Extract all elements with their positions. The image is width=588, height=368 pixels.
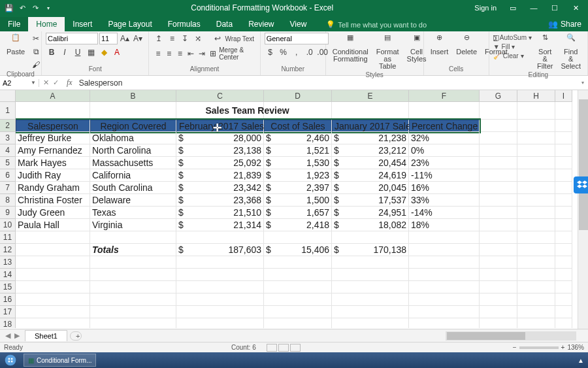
- cell[interactable]: 32%: [409, 132, 480, 144]
- empty-cell[interactable]: [517, 157, 555, 169]
- empty-cell[interactable]: [480, 244, 517, 256]
- format-painter-icon[interactable]: 🖌: [30, 59, 42, 71]
- align-middle-icon[interactable]: ≡: [166, 33, 178, 44]
- font-name-select[interactable]: [46, 33, 98, 44]
- empty-cell[interactable]: [90, 231, 176, 244]
- cell[interactable]: 21,238: [332, 132, 409, 144]
- row-header-15[interactable]: 15: [0, 281, 16, 293]
- empty-cell[interactable]: [409, 244, 480, 256]
- tab-review[interactable]: Review: [240, 17, 282, 31]
- header-cell[interactable]: Cost of Sales: [264, 120, 332, 132]
- cell[interactable]: 24,951: [332, 207, 409, 219]
- start-button[interactable]: [0, 352, 21, 368]
- empty-cell[interactable]: [264, 256, 332, 269]
- scrollbar-thumb[interactable]: [579, 99, 588, 230]
- delete-cells-button[interactable]: ⊖Delete: [453, 33, 480, 57]
- empty-cell[interactable]: [332, 231, 409, 244]
- close-button[interactable]: ✕: [566, 1, 585, 14]
- align-bottom-icon[interactable]: ↧: [179, 33, 191, 44]
- undo-icon[interactable]: ↶: [17, 3, 27, 13]
- cell[interactable]: Amy Fernandez: [16, 144, 90, 157]
- cell[interactable]: Delaware: [90, 194, 176, 207]
- cell[interactable]: 21,839: [176, 169, 264, 182]
- empty-cell[interactable]: [176, 269, 264, 281]
- cell[interactable]: 1,530: [264, 157, 332, 169]
- empty-cell[interactable]: [176, 231, 264, 244]
- font-size-select[interactable]: [99, 33, 118, 44]
- cell[interactable]: 18%: [409, 219, 480, 231]
- tab-insert[interactable]: Insert: [65, 17, 100, 31]
- empty-cell[interactable]: [480, 169, 517, 182]
- format-as-table-button[interactable]: ▤Format as Table: [374, 33, 402, 71]
- row-header-10[interactable]: 10: [0, 219, 16, 231]
- empty-cell[interactable]: [409, 269, 480, 281]
- dropbox-icon[interactable]: [574, 176, 588, 193]
- empty-cell[interactable]: [90, 318, 176, 328]
- empty-cell[interactable]: [555, 102, 572, 120]
- empty-cell[interactable]: [517, 144, 555, 157]
- empty-cell[interactable]: [480, 207, 517, 219]
- empty-cell[interactable]: [480, 120, 517, 132]
- empty-cell[interactable]: [555, 182, 572, 194]
- cell[interactable]: Paula Hall: [16, 219, 90, 231]
- empty-cell[interactable]: [517, 120, 555, 132]
- sort-filter-button[interactable]: ⇅Sort & Filter: [534, 33, 555, 71]
- cell[interactable]: -14%: [409, 207, 480, 219]
- page-layout-view-icon[interactable]: [278, 344, 289, 352]
- row-header-1[interactable]: 1: [0, 102, 16, 120]
- paste-button[interactable]: 📋Paste: [4, 33, 27, 57]
- cell[interactable]: 23,368: [176, 194, 264, 207]
- empty-cell[interactable]: [517, 244, 555, 256]
- empty-cell[interactable]: [555, 281, 572, 293]
- empty-cell[interactable]: [555, 144, 572, 157]
- find-select-button[interactable]: 🔍Find & Select: [558, 33, 583, 71]
- row-header-14[interactable]: 14: [0, 269, 16, 281]
- empty-cell[interactable]: [555, 157, 572, 169]
- cell[interactable]: 1,500: [264, 194, 332, 207]
- empty-cell[interactable]: [16, 269, 90, 281]
- cell[interactable]: 187,603: [176, 244, 264, 256]
- cell[interactable]: Randy Graham: [16, 182, 90, 194]
- empty-cell[interactable]: [176, 256, 264, 269]
- enter-formula-icon[interactable]: ✓: [53, 78, 59, 87]
- empty-cell[interactable]: [176, 293, 264, 306]
- insert-cells-button[interactable]: ⊕Insert: [428, 33, 451, 57]
- cell[interactable]: 17,537: [332, 194, 409, 207]
- empty-cell[interactable]: [409, 231, 480, 244]
- redo-icon[interactable]: ↷: [30, 3, 41, 13]
- align-right-icon[interactable]: ≡: [175, 48, 185, 59]
- formula-input[interactable]: Salesperson: [76, 78, 578, 88]
- tab-formulas[interactable]: Formulas: [160, 17, 208, 31]
- tell-me-search[interactable]: 💡Tell me what you want to do: [321, 18, 432, 31]
- empty-cell[interactable]: [480, 182, 517, 194]
- empty-cell[interactable]: [517, 318, 555, 328]
- cell[interactable]: Totals: [90, 244, 176, 256]
- zoom-out-button[interactable]: −: [513, 344, 517, 351]
- empty-cell[interactable]: [264, 269, 332, 281]
- empty-cell[interactable]: [332, 318, 409, 328]
- save-icon[interactable]: 💾: [4, 3, 14, 13]
- add-sheet-button[interactable]: +: [70, 331, 82, 341]
- empty-cell[interactable]: [90, 306, 176, 318]
- cell[interactable]: 2,460: [264, 132, 332, 144]
- empty-cell[interactable]: [517, 207, 555, 219]
- align-left-icon[interactable]: ≡: [153, 48, 163, 59]
- empty-cell[interactable]: [517, 219, 555, 231]
- cell[interactable]: 24,619: [332, 169, 409, 182]
- name-box[interactable]: A2▼: [0, 79, 39, 87]
- header-cell[interactable]: Region Covered: [90, 120, 176, 132]
- empty-cell[interactable]: [16, 244, 90, 256]
- row-header-2[interactable]: 2: [0, 120, 16, 132]
- row-header-16[interactable]: 16: [0, 293, 16, 306]
- conditional-formatting-button[interactable]: ▦Conditional Formatting: [330, 33, 371, 64]
- cancel-formula-icon[interactable]: ✕: [43, 78, 49, 87]
- vertical-scrollbar[interactable]: [578, 90, 588, 329]
- empty-cell[interactable]: [480, 256, 517, 269]
- empty-cell[interactable]: [16, 281, 90, 293]
- align-center-icon[interactable]: ≡: [164, 48, 174, 59]
- cell[interactable]: 170,138: [332, 244, 409, 256]
- row-header-18[interactable]: 18: [0, 318, 16, 328]
- empty-cell[interactable]: [90, 256, 176, 269]
- empty-cell[interactable]: [332, 281, 409, 293]
- empty-cell[interactable]: [517, 169, 555, 182]
